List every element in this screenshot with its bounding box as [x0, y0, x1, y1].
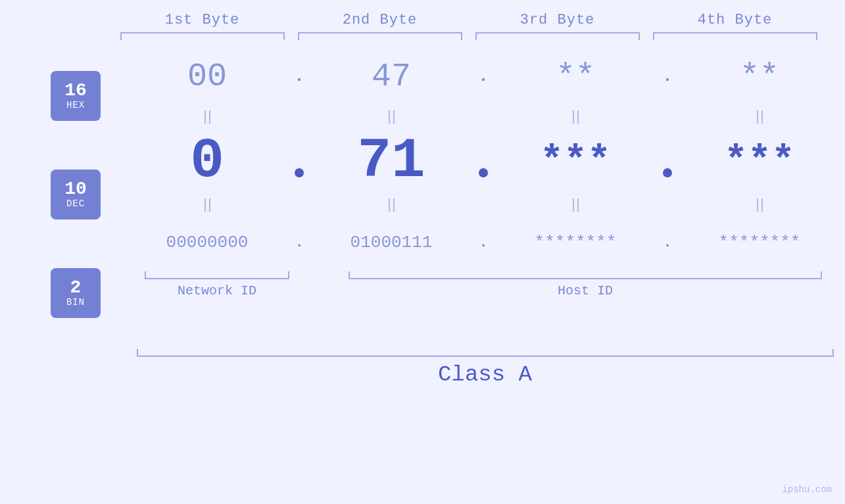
main-container: 1st Byte 2nd Byte 3rd Byte 4th Byte 16 H…	[0, 0, 845, 504]
data-grid: 00 . 47 . ** . **	[118, 47, 845, 342]
dbar1-b3	[493, 110, 658, 124]
byte2-header: 2nd Byte	[291, 12, 469, 28]
bin-b3: ********	[493, 233, 658, 252]
network-host-brackets: Network ID Host ID	[118, 271, 845, 298]
hex-row: 00 . 47 . ** . **	[118, 47, 845, 106]
dec-sep3	[658, 168, 677, 181]
dbar2-b1	[125, 198, 289, 212]
dbar1-b4	[677, 110, 842, 124]
bracket-byte2	[291, 32, 469, 40]
bin-sep3: .	[658, 235, 677, 251]
byte1-header: 1st Byte	[114, 12, 291, 28]
dec-b1: 0	[125, 129, 289, 193]
dbar1-b1	[125, 110, 289, 124]
dec-sep1	[289, 168, 309, 181]
dbl-bar-row-1	[118, 106, 845, 128]
dec-badge: 10 DEC	[51, 170, 101, 219]
byte-headers: 1st Byte 2nd Byte 3rd Byte 4th Byte	[0, 12, 845, 28]
host-id-bracket: Host ID	[329, 271, 842, 298]
network-id-bracket: Network ID	[125, 271, 309, 298]
top-brackets	[0, 32, 845, 40]
bracket-byte4	[646, 32, 824, 40]
dec-b4: ***	[677, 139, 842, 183]
badges-column: 16 HEX 10 DEC 2 BIN	[33, 47, 118, 342]
dbar2-b4	[677, 198, 842, 212]
bin-b4: ********	[677, 233, 842, 252]
network-id-label: Network ID	[178, 283, 256, 298]
hex-badge-label: HEX	[66, 100, 85, 110]
host-id-label: Host ID	[558, 283, 613, 298]
hex-sep3: .	[658, 66, 677, 86]
bracket-byte1	[114, 32, 291, 40]
dbar2-b2	[309, 198, 473, 212]
dbar2-b3	[493, 198, 658, 212]
class-label: Class A	[137, 362, 834, 387]
bin-badge: 2 BIN	[51, 268, 101, 318]
hex-badge-num: 16	[64, 81, 87, 100]
dec-badge-label: DEC	[66, 198, 85, 209]
bin-b2: 01000111	[309, 233, 473, 252]
dbl-bar-row-2	[118, 194, 845, 216]
dec-row: 0 71 *** ***	[118, 128, 845, 194]
class-bracket-section: Class A	[137, 349, 834, 387]
bin-row: 00000000 . 01000111 . ******** . *******…	[118, 216, 845, 269]
bracket-byte3	[469, 32, 646, 40]
hex-sep2: .	[473, 66, 493, 86]
dec-b3: ***	[493, 139, 658, 183]
bin-badge-label: BIN	[66, 297, 85, 308]
byte4-header: 4th Byte	[646, 12, 824, 28]
hex-b2: 47	[309, 58, 473, 95]
hex-badge: 16 HEX	[51, 71, 101, 121]
bin-sep1: .	[289, 235, 309, 251]
dec-sep2	[473, 168, 493, 181]
byte3-header: 3rd Byte	[469, 12, 646, 28]
bin-sep2: .	[473, 235, 493, 251]
bin-badge-num: 2	[70, 279, 82, 297]
hex-b1: 00	[125, 58, 289, 95]
hex-b3: **	[493, 58, 658, 95]
dbar1-b2	[309, 110, 473, 124]
dec-b2: 71	[309, 129, 473, 193]
rows-area: 16 HEX 10 DEC 2 BIN 00 . 47	[0, 47, 845, 342]
hex-b4: **	[677, 58, 842, 95]
watermark: ipshu.com	[782, 484, 832, 495]
dec-badge-num: 10	[64, 180, 87, 198]
bin-b1: 00000000	[125, 233, 289, 252]
hex-sep1: .	[289, 66, 309, 86]
